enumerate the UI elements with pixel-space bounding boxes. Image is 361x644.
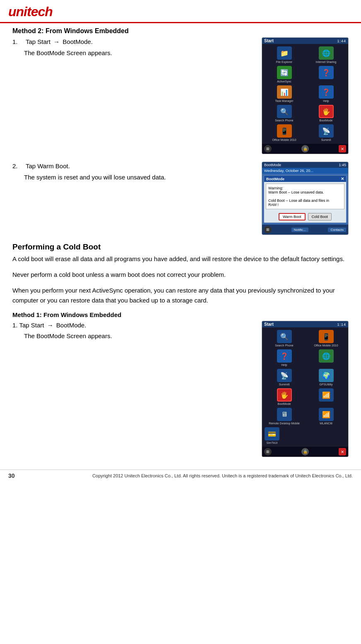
phone2-start-btn: ⊞ [264, 226, 272, 233]
phone1-time: 1:44 [337, 39, 346, 43]
phone3-bootmode-icon: 🖐 [277, 388, 292, 402]
phone1-icon-officemobile: 📱 Office Mobile 2010 [265, 124, 304, 141]
office-mobile-icon: 📱 [277, 124, 292, 138]
phone3-mockup: Start 1:14 🔍 Search Phone 📱 Office Mobil… [262, 321, 349, 457]
step1-detail: The BootMode Screen appears. [12, 48, 255, 58]
bootmode-icon: 🖐 [319, 105, 334, 118]
logo: unitech [8, 4, 53, 19]
warning-line5: RAM ! [268, 203, 342, 207]
cold-boot-para1: A cold boot will erase all data and all … [12, 254, 349, 264]
phone3-start-btn: ⊞ [264, 448, 272, 455]
phone3-search-icon: 🔍 [277, 330, 292, 343]
phone3-bottombar: ⊞ 🔒 ✕ [262, 447, 348, 457]
internet-sharing-icon: 🌐 [319, 46, 334, 60]
cold-step1-text: 1. Tap Start → BootMode. The BootMode Sc… [12, 321, 255, 342]
phone3-globe-icon: 🌐 [319, 349, 334, 363]
phone2-dialog: BootMode ✕ Warning: Warm Boot -- Lose un… [264, 175, 347, 223]
cold-boot-para2: Never perform a cold boot unless a warm … [12, 270, 349, 280]
dialog-close-icon: ✕ [341, 177, 344, 181]
phone2-bottombar: ⊞ Notific... Contacts [262, 225, 348, 235]
phone3-help: ❓ Help [265, 349, 304, 366]
phone1-icon-help1: ❓ [306, 66, 346, 83]
phone3-time: 1:14 [337, 322, 346, 327]
step1-action: BootMode. [63, 38, 93, 45]
phone3-officemobile: 📱 Office Mobile 2010 [306, 330, 346, 347]
step2-label: Tap Warm Boot. [26, 162, 70, 169]
cold-boot-button[interactable]: Cold Boot [308, 213, 332, 220]
phone1-icon-summit: 📡 Summit [306, 124, 346, 141]
phone1-icon-activesync: 🔄 ActiveSync [265, 66, 304, 83]
step1-num: 1. [12, 37, 24, 47]
phone1-bottombar: ⊞ 🔒 ✕ [262, 144, 348, 154]
phone3-remote-icon: 🖥 [277, 408, 292, 421]
phone3-gps: 🌍 GPSUtility [306, 369, 346, 386]
phone3-searchphone: 🔍 Search Phone [265, 330, 304, 347]
phone1-grid: 📁 File Explorer 🌐 Internet Sharing 🔄 Act… [262, 44, 348, 144]
cold-step1-detail: The BootMode Screen appears. [12, 332, 255, 341]
phone2-softkey-left: Notific... [291, 228, 308, 232]
phone1-start-btn: ⊞ [264, 145, 272, 153]
phone3-bootmode: 🖐 BootMode [265, 388, 304, 405]
phone3-close-btn: ✕ [339, 448, 346, 455]
phone3-gps-icon: 🌍 [319, 369, 334, 382]
phone3-grid: 🔍 Search Phone 📱 Office Mobile 2010 ❓ He… [262, 327, 348, 427]
phone1-title: Start [264, 39, 274, 43]
cold-step1-arrow: → [47, 321, 53, 330]
step2-row: 2. Tap Warm Boot. The system is reset an… [12, 162, 349, 235]
task-manager-icon: 📊 [277, 85, 292, 99]
help2-icon: ❓ [319, 85, 334, 99]
phone3-lock-btn: 🔒 [301, 448, 309, 455]
phone2-buttons: Warm Boot Cold Boot [264, 211, 346, 223]
main-content: Method 2: From Windows Embedded 1. Tap S… [0, 23, 361, 461]
phone3-wlan-icon: 📶 [319, 408, 334, 421]
phone1-icon-internetsharing: 🌐 Internet Sharing [306, 46, 346, 63]
phone1-lock-btn: 🔒 [301, 145, 309, 153]
phone3-signal-icon: 📶 [319, 388, 334, 402]
phone3-statusbar: Start 1:14 [262, 321, 348, 327]
step2-num: 2. [12, 162, 24, 171]
phone2-mockup: BootMode 1:45 Wednesday, October 26, 20.… [262, 162, 349, 235]
step2-detail: The system is reset and you will lose un… [12, 173, 255, 182]
step1-arrow: → [53, 37, 60, 47]
phone3-wlan: 📶 WLANCttl [306, 408, 346, 425]
phone3-help-icon: ❓ [277, 349, 292, 363]
cold-boot-section: Performing a Cold Boot A cold boot will … [12, 242, 349, 457]
warm-boot-button[interactable]: Warm Boot [279, 213, 306, 220]
phone1-icon-fileexplorer: 📁 File Explorer [265, 46, 304, 63]
warning-line2: Warm Boot -- Lose unsaved data. [268, 190, 342, 194]
performing-heading: Performing a Cold Boot [12, 242, 349, 252]
phone1-icon-bootmode: 🖐 BootMode [306, 105, 346, 122]
summit-icon: 📡 [319, 124, 334, 138]
phone2-softkey-right: Contacts [328, 228, 346, 232]
phone1-icon-taskmanager: 📊 Task Manager [265, 85, 304, 102]
phone1-icon-searchphone: 🔍 Search Phone [265, 105, 304, 122]
phone1-icon-help2: ❓ Help [306, 85, 346, 102]
cold-step1-action: BootMode. [56, 322, 87, 329]
phone3-title: Start [264, 322, 274, 327]
copyright-text: Copyright 2012 Unitech Electronics Co., … [92, 473, 353, 478]
phone1-statusbar: Start 1:44 [262, 38, 348, 44]
warning-line1: Warning: [268, 186, 342, 190]
method2-heading: Method 2: From Windows Embedded [12, 27, 349, 35]
cold-step1-num: 1. [12, 322, 18, 329]
page-number: 30 [8, 472, 15, 479]
step1-label: Tap Start [26, 38, 51, 45]
file-explorer-icon: 📁 [277, 46, 292, 60]
help1-icon: ❓ [319, 66, 334, 79]
phone2-dialog-body: Warning: Warm Boot -- Lose unsaved data.… [266, 184, 344, 209]
step1-row: 1. Tap Start → BootMode. The BootMode Sc… [12, 37, 349, 154]
footer: 30 Copyright 2012 Unitech Electronics Co… [0, 470, 361, 482]
cold-step1-row: 1. Tap Start → BootMode. The BootMode Sc… [12, 321, 349, 457]
phone1-close-btn: ✕ [339, 145, 346, 153]
step1-text: 1. Tap Start → BootMode. The BootMode Sc… [12, 37, 255, 59]
cold-step1-label: Tap Start [19, 322, 44, 329]
phone2-title: BootMode [264, 163, 281, 167]
phone3-globe: 🌐 [306, 349, 346, 366]
phone2-statusbar: BootMode 1:45 [262, 162, 348, 168]
phone3-office-icon: 📱 [319, 330, 334, 343]
cold-boot-para3: When you perform your next ActiveSync op… [12, 286, 349, 305]
activesync-icon: 🔄 [277, 66, 292, 79]
phone1-mockup: Start 1:44 📁 File Explorer 🌐 Internet Sh… [262, 37, 349, 154]
phone3-remotedesktop: 🖥 Remote Desktop Mobile [265, 408, 304, 425]
phone3-summit: 📡 Summitt [265, 369, 304, 386]
